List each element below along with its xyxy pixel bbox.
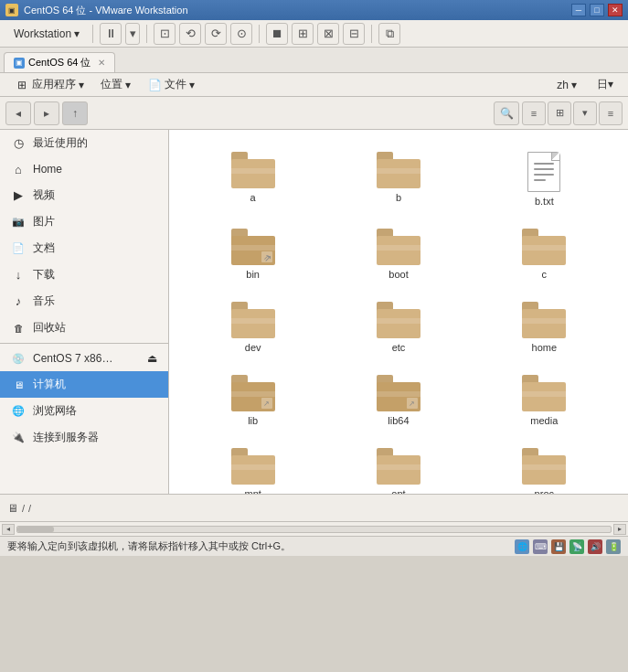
file-label: 文件 [165, 77, 186, 92]
maximize-button[interactable]: □ [590, 4, 604, 16]
file-menu-icon: 📄 [147, 78, 162, 92]
file-item-etc[interactable]: etc [329, 294, 467, 360]
file-item-lib64[interactable]: ↗ lib64 [329, 368, 467, 433]
file-name-opt: opt [391, 488, 405, 494]
window-title: CentOS 64 位 - VMware Workstation [24, 4, 188, 17]
disconnect-usb-button[interactable]: ⊞ [292, 23, 314, 45]
keyboard-tray-icon[interactable]: ⌨ [533, 539, 548, 554]
lang-menu[interactable]: zh ▾ [549, 77, 584, 93]
bottom-status: 要将输入定向到该虚拟机，请将鼠标指针移入其中或按 Ctrl+G。 🌐 ⌨ 💾 📡… [0, 536, 628, 556]
file-item-btxt[interactable]: b.txt [475, 144, 613, 214]
fullscreen-button[interactable]: ⧉ [378, 23, 400, 45]
file-item-a[interactable]: a [184, 144, 322, 214]
apps-menu[interactable]: ⊞ 应用程序 ▾ [7, 75, 91, 94]
revert-snapshot-button[interactable]: ⟳ [205, 23, 227, 45]
sidebar-item-recent[interactable]: ◷ 最近使用的 [0, 130, 168, 156]
sidebar-item-centos[interactable]: 💿 CentOS 7 x86… ⏏ [0, 346, 168, 371]
grid-view-button[interactable]: ⊞ [548, 101, 571, 125]
file-item-b[interactable]: b [329, 144, 467, 214]
forward-button[interactable]: ▸ [34, 101, 59, 125]
lang-label: zh [557, 79, 569, 91]
connect-cd-button[interactable]: ⊟ [343, 23, 365, 45]
up-button[interactable]: ↑ [62, 101, 88, 125]
date-menu[interactable]: 日▾ [590, 75, 621, 94]
file-name-b: b [396, 192, 401, 203]
workstation-menu-button[interactable]: Workstation ▾ [7, 25, 86, 43]
music-icon: ♪ [11, 294, 26, 309]
path-value: / [28, 503, 31, 514]
sidebar-item-server[interactable]: 🔌 连接到服务器 [0, 424, 168, 451]
downloads-label: 下载 [33, 267, 55, 283]
tab-close-button[interactable]: ✕ [98, 58, 105, 68]
vm-tab[interactable]: ▣ CentOS 64 位 ✕ [4, 52, 115, 72]
docs-icon: 📄 [11, 241, 26, 256]
pause-dropdown-button[interactable]: ▾ [125, 23, 140, 45]
network-tray-icon[interactable]: 🌐 [515, 539, 529, 554]
take-snapshot-button[interactable]: ⟲ [179, 23, 201, 45]
back-button[interactable]: ◂ [5, 101, 31, 125]
sidebar-item-home[interactable]: ⌂ Home [0, 156, 168, 182]
network-label: 浏览网络 [33, 403, 77, 419]
folder-icon-opt [377, 448, 420, 485]
tab-vm-icon: ▣ [14, 58, 25, 69]
folder-icon-c [522, 229, 566, 265]
sidebar-item-computer[interactable]: 🖥 计算机 [0, 371, 168, 398]
file-item-home[interactable]: home [475, 294, 613, 360]
pictures-icon: 📷 [11, 215, 26, 229]
system-tray: 🌐 ⌨ 💾 📡 🔊 🔋 [515, 539, 621, 554]
file-item-opt[interactable]: opt [329, 441, 467, 494]
more-options-button[interactable]: ≡ [599, 101, 623, 125]
sound-tray-icon[interactable]: 🔊 [588, 539, 602, 554]
file-item-boot[interactable]: boot [329, 221, 467, 287]
connect-network-button[interactable]: ⊠ [317, 23, 339, 45]
trash-label: 回收站 [33, 320, 66, 336]
music-label: 音乐 [33, 293, 55, 309]
close-button[interactable]: ✕ [608, 4, 623, 16]
folder-icon-home [522, 302, 566, 338]
search-button[interactable]: 🔍 [494, 101, 519, 125]
list-view-button[interactable]: ≡ [522, 101, 546, 125]
view-dropdown-button[interactable]: ▾ [573, 101, 597, 125]
sidebar-item-network[interactable]: 🌐 浏览网络 [0, 398, 168, 424]
storage-tray-icon[interactable]: 💾 [551, 539, 566, 554]
file-name-btxt: b.txt [535, 196, 554, 207]
connect-usb-button[interactable]: ⏹ [266, 23, 288, 45]
file-menu[interactable]: 📄 文件 ▾ [140, 75, 202, 94]
file-item-bin[interactable]: ↗ bin [184, 221, 322, 287]
sidebar-item-downloads[interactable]: ↓ 下载 [0, 261, 168, 288]
downloads-icon: ↓ [11, 268, 26, 283]
hscroll-thumb[interactable] [17, 527, 54, 532]
sidebar-item-music[interactable]: ♪ 音乐 [0, 288, 168, 315]
file-item-mnt[interactable]: mnt [184, 441, 322, 494]
hscroll-right-button[interactable]: ▸ [613, 524, 626, 535]
pause-button[interactable]: ⏸ [100, 23, 122, 45]
location-menu[interactable]: 位置 ▾ [93, 75, 138, 94]
workstation-toolbar: Workstation ▾ ⏸ ▾ ⊡ ⟲ ⟳ ⊙ ⏹ ⊞ ⊠ ⊟ ⧉ [0, 20, 628, 48]
server-icon: 🔌 [11, 431, 26, 445]
file-item-proc[interactable]: proc [475, 441, 613, 494]
video-icon: ▶ [11, 188, 26, 203]
file-name-media: media [530, 415, 558, 426]
folder-icon-dev [231, 302, 275, 338]
manage-snapshots-button[interactable]: ⊙ [230, 23, 252, 45]
sidebar-item-docs[interactable]: 📄 文档 [0, 235, 168, 261]
minimize-button[interactable]: ─ [571, 4, 586, 16]
file-item-lib[interactable]: ↗ lib [184, 368, 322, 433]
sidebar-item-video[interactable]: ▶ 视频 [0, 182, 168, 208]
workstation-dropdown-icon: ▾ [74, 27, 80, 40]
battery-tray-icon[interactable]: 🔋 [606, 539, 621, 554]
send-ctrl-alt-del-button[interactable]: ⊡ [154, 23, 176, 45]
file-item-dev[interactable]: dev [184, 294, 322, 360]
folder-icon-lib64: ↗ [377, 375, 420, 411]
file-name-c: c [542, 269, 548, 280]
file-item-c[interactable]: c [475, 221, 613, 287]
hscroll-track[interactable] [16, 526, 612, 533]
sidebar-item-trash[interactable]: 🗑 回收站 [0, 315, 168, 341]
hscroll-left-button[interactable]: ◂ [2, 524, 15, 535]
eject-icon[interactable]: ⏏ [147, 352, 157, 365]
sidebar-item-pictures[interactable]: 📷 图片 [0, 208, 168, 235]
network2-tray-icon[interactable]: 📡 [569, 539, 584, 554]
apps-label: 应用程序 [32, 77, 76, 92]
tab-bar: ▣ CentOS 64 位 ✕ [0, 48, 628, 73]
file-item-media[interactable]: media [475, 368, 613, 433]
